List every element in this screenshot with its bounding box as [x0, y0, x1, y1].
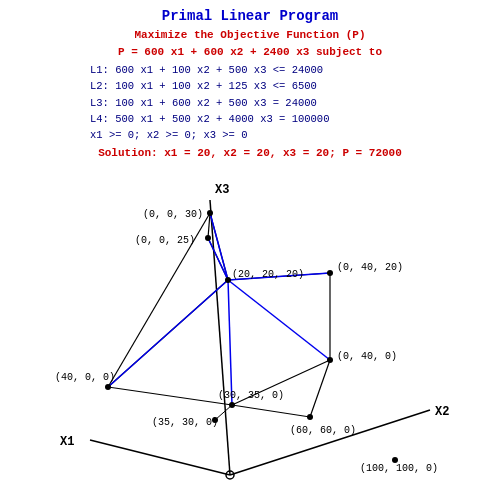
blue-line-6: [108, 280, 228, 387]
point-60-60-0: [307, 414, 313, 420]
label-0-0-30: (0, 0, 30): [143, 209, 203, 220]
point-20-20-20: [225, 277, 231, 283]
page-title: Primal Linear Program: [0, 6, 500, 27]
label-0-0-25: (0, 0, 25): [135, 235, 195, 246]
x1-axis: [90, 440, 230, 475]
label-100-100-0: (100, 100, 0): [360, 463, 438, 474]
constraint-block: L1: 600 x1 + 100 x2 + 500 x3 <= 24000 L2…: [0, 62, 500, 143]
constraint-l2: L2: 100 x1 + 100 x2 + 125 x3 <= 6500: [90, 78, 500, 94]
point-40-0-0: [105, 384, 111, 390]
point-0-0-30: [207, 210, 213, 216]
label-0-40-0: (0, 40, 0): [337, 351, 397, 362]
constraint-l4: L4: 500 x1 + 500 x2 + 4000 x3 = 100000: [90, 111, 500, 127]
constraint-l1: L1: 600 x1 + 100 x2 + 500 x3 <= 24000: [90, 62, 500, 78]
x3-label: X3: [215, 183, 229, 197]
app: Primal Linear Program Maximize the Objec…: [0, 0, 500, 500]
point-0-40-20: [327, 270, 333, 276]
point-30-35-0: [229, 402, 235, 408]
constraint-nonneg: x1 >= 0; x2 >= 0; x3 >= 0: [90, 127, 500, 143]
edge-6: [108, 387, 232, 405]
edge-11: [232, 405, 310, 417]
point-0-40-0: [327, 357, 333, 363]
point-0-0-25: [205, 235, 211, 241]
label-20-20-20: (20, 20, 20): [232, 269, 304, 280]
graph-svg: X3 X1 X2: [0, 155, 500, 500]
header-section: Primal Linear Program Maximize the Objec…: [0, 0, 500, 162]
obj-func: P = 600 x1 + 600 x2 + 2400 x3 subject to: [0, 44, 500, 61]
label-60-60-0: (60, 60, 0): [290, 425, 356, 436]
graph-area: X3 X1 X2: [0, 155, 500, 500]
blue-line-4: [228, 280, 330, 360]
label-35-30-0: (35, 30, 0): [152, 417, 218, 428]
x1-label: X1: [60, 435, 74, 449]
label-0-40-20: (0, 40, 20): [337, 262, 403, 273]
blue-line-5: [228, 280, 232, 405]
label-40-0-0: (40, 0, 0): [55, 372, 115, 383]
x3-axis: [210, 200, 230, 475]
constraint-l3: L3: 100 x1 + 600 x2 + 500 x3 = 24000: [90, 95, 500, 111]
edge-10: [310, 360, 330, 417]
x2-label: X2: [435, 405, 449, 419]
label-30-35-0: (30, 35, 0): [218, 390, 284, 401]
obj-header: Maximize the Objective Function (P): [0, 27, 500, 44]
